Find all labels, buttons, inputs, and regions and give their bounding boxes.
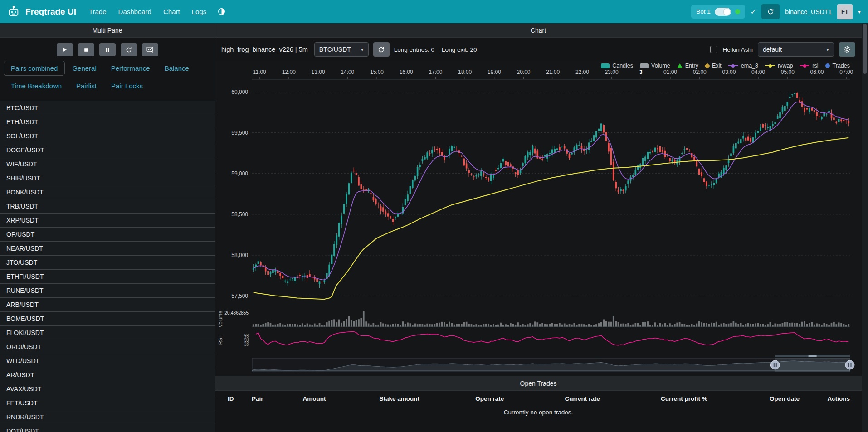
svg-text:57,500: 57,500 bbox=[231, 293, 248, 299]
legend-item-candles[interactable]: Candles bbox=[601, 63, 633, 69]
plot-config-value: default bbox=[763, 46, 782, 53]
tab-performance[interactable]: Performance bbox=[104, 61, 157, 76]
long-exit-label: Long exit: 20 bbox=[442, 46, 477, 53]
pair-row[interactable]: SOL/USDT bbox=[0, 129, 215, 143]
pair-row[interactable]: BONK/USDT bbox=[0, 185, 215, 199]
pair-row[interactable]: ARB/USDT bbox=[0, 298, 215, 312]
pair-row[interactable]: ORDI/USDT bbox=[0, 340, 215, 354]
pair-row[interactable]: AVAX/USDT bbox=[0, 382, 215, 396]
nav-item-dashboard[interactable]: Dashboard bbox=[118, 8, 151, 15]
pair-row[interactable]: ETHFI/USDT bbox=[0, 270, 215, 284]
candles-legend-icon bbox=[601, 63, 610, 68]
svg-text:01:00: 01:00 bbox=[663, 69, 677, 75]
pair-row[interactable]: XRP/USDT bbox=[0, 214, 215, 228]
svg-text:58,500: 58,500 bbox=[231, 211, 248, 218]
datazoom-right-handle[interactable] bbox=[845, 360, 854, 369]
tab-general[interactable]: General bbox=[65, 61, 103, 76]
tab-pairlist[interactable]: Pairlist bbox=[69, 78, 104, 93]
chart-clear-button[interactable] bbox=[142, 43, 158, 56]
pair-row[interactable]: JTO/USDT bbox=[0, 256, 215, 270]
legend-item-exit[interactable]: Exit bbox=[705, 63, 722, 69]
toggle-knob bbox=[724, 9, 730, 15]
theme-toggle-icon[interactable] bbox=[217, 7, 226, 16]
chart-panel-header: Chart bbox=[215, 23, 862, 38]
time-axis: 11:0012:0013:0014:0015:0016:0017:0018:00… bbox=[252, 69, 853, 79]
pair-row[interactable]: OP/USDT bbox=[0, 228, 215, 242]
svg-text:RSI: RSI bbox=[218, 336, 223, 345]
chart-area[interactable]: CandlesVolumeEntryExitema_8rvwaprsiTrade… bbox=[215, 61, 862, 376]
tab-pair-locks[interactable]: Pair Locks bbox=[104, 78, 150, 93]
pair-row[interactable]: ETH/USDT bbox=[0, 115, 215, 129]
pair-row[interactable]: WLD/USDT bbox=[0, 354, 215, 368]
pair-row[interactable]: RUNE/USDT bbox=[0, 284, 215, 298]
pair-row[interactable]: BOME/USDT bbox=[0, 312, 215, 326]
column-header: Open rate bbox=[471, 391, 560, 406]
pair-row[interactable]: DOGE/USDT bbox=[0, 143, 215, 157]
column-header: Amount bbox=[298, 391, 375, 406]
legend-label: Candles bbox=[612, 63, 633, 69]
pair-select[interactable]: BTC/USDT ▾ bbox=[314, 42, 369, 57]
pause-button[interactable] bbox=[99, 43, 116, 56]
nav-item-trade[interactable]: Trade bbox=[89, 8, 107, 15]
pair-row[interactable]: RNDR/USDT bbox=[0, 410, 215, 424]
app-title: Freqtrade UI bbox=[25, 7, 76, 17]
pair-row[interactable]: AR/USDT bbox=[0, 368, 215, 382]
plot-settings-button[interactable] bbox=[839, 42, 855, 57]
reload-button[interactable] bbox=[121, 43, 137, 56]
svg-text:12:00: 12:00 bbox=[282, 69, 296, 75]
legend-item-trades[interactable]: Trades bbox=[825, 63, 850, 69]
rvwap-line bbox=[254, 138, 849, 299]
plot-config-select[interactable]: default ▾ bbox=[758, 42, 834, 57]
candlestick-chart[interactable]: 60,00059,50059,00058,50058,00057,50011:0… bbox=[215, 61, 862, 376]
multi-pane-header: Multi Pane bbox=[0, 23, 215, 38]
svg-text:3: 3 bbox=[639, 69, 643, 75]
open-trades-columns: IDPairAmountStake amountOpen rateCurrent… bbox=[215, 391, 862, 406]
pair-row[interactable]: NEAR/USDT bbox=[0, 242, 215, 256]
bot-selector[interactable]: Bot 1 bbox=[691, 5, 745, 19]
tab-balance[interactable]: Balance bbox=[157, 61, 196, 76]
candles-series bbox=[253, 92, 849, 288]
ema_8-legend-icon bbox=[728, 65, 738, 66]
table-row: Currently no open trades. bbox=[215, 406, 862, 420]
legend-item-ema_8[interactable]: ema_8 bbox=[728, 63, 758, 69]
tab-pairs-combined[interactable]: Pairs combined bbox=[4, 61, 65, 76]
caret-down-icon[interactable]: ▾ bbox=[858, 9, 861, 15]
scrollbar-thumb[interactable] bbox=[863, 24, 867, 74]
nav-item-chart[interactable]: Chart bbox=[163, 8, 180, 15]
pair-row[interactable]: FET/USDT bbox=[0, 396, 215, 410]
nav-item-logs[interactable]: Logs bbox=[192, 8, 207, 15]
legend-item-rsi[interactable]: rsi bbox=[800, 63, 818, 69]
legend-item-rvwap[interactable]: rvwap bbox=[765, 63, 793, 69]
datazoom-slider[interactable] bbox=[252, 355, 854, 372]
pair-row[interactable]: TRB/USDT bbox=[0, 199, 215, 214]
legend-item-volume[interactable]: Volume bbox=[640, 63, 670, 69]
bot-toggle[interactable] bbox=[715, 8, 731, 16]
legend-label: Exit bbox=[712, 63, 722, 69]
pair-row[interactable]: FLOKI/USDT bbox=[0, 326, 215, 340]
legend-label: Entry bbox=[685, 63, 698, 69]
pair-row[interactable]: BTC/USDT bbox=[0, 101, 215, 115]
datazoom-left-handle[interactable] bbox=[770, 360, 780, 369]
pair-row[interactable]: DOT/USDT bbox=[0, 424, 215, 432]
open-trades-table-wrap: IDPairAmountStake amountOpen rateCurrent… bbox=[215, 391, 862, 432]
svg-text:14:00: 14:00 bbox=[341, 69, 354, 75]
svg-text:23:00: 23:00 bbox=[605, 69, 619, 75]
chart-refresh-button[interactable] bbox=[373, 42, 390, 57]
heikin-ashi-checkbox[interactable] bbox=[710, 46, 717, 53]
pair-row[interactable]: SHIB/USDT bbox=[0, 171, 215, 185]
svg-text:22:00: 22:00 bbox=[575, 69, 589, 75]
svg-text:17:00: 17:00 bbox=[429, 69, 442, 75]
stop-button[interactable] bbox=[78, 43, 94, 56]
refresh-button[interactable] bbox=[761, 4, 780, 19]
tab-time-breakdown[interactable]: Time Breakdown bbox=[4, 78, 69, 93]
pane-controls bbox=[0, 38, 215, 60]
svg-text:60,000: 60,000 bbox=[231, 89, 248, 95]
pair-select-value: BTC/USDT bbox=[319, 46, 351, 53]
content-area: Multi Pane Pairs combinedGeneralPerforma… bbox=[0, 23, 868, 432]
pair-row[interactable]: WIF/USDT bbox=[0, 157, 215, 171]
avatar[interactable]: FT bbox=[837, 4, 853, 19]
play-button[interactable] bbox=[57, 43, 73, 56]
legend-item-entry[interactable]: Entry bbox=[677, 63, 698, 69]
rvwap-legend-icon bbox=[765, 65, 775, 66]
svg-text:13:00: 13:00 bbox=[312, 69, 325, 75]
